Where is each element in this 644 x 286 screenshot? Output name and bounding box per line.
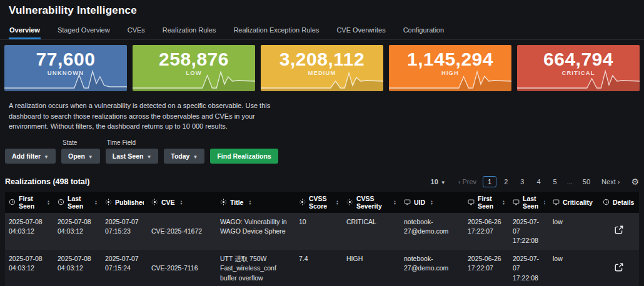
card-critical[interactable]: 664,794 CRITICAL xyxy=(517,45,640,91)
sun-icon xyxy=(105,199,112,205)
state-filter-dropdown[interactable]: Open▼ xyxy=(61,149,100,164)
cell-last-seen: 2025-07-08 04:03:12 xyxy=(54,213,101,250)
card-high[interactable]: 1,145,294 HIGH xyxy=(389,45,511,91)
page-5-button[interactable]: 5 xyxy=(548,176,562,187)
card-value: 77,600 xyxy=(4,49,127,69)
table-row: 2025-07-08 04:03:12 2025-07-08 04:03:12 … xyxy=(5,250,639,286)
sort-icon[interactable]: ▲▼ xyxy=(430,200,433,205)
table-header-row: First Seen▲▼ Last Seen▲▼ Published▲▼ CVE… xyxy=(5,192,639,213)
page-1-button[interactable]: 1 xyxy=(483,176,496,187)
cell-cvss-score: 7.4 xyxy=(295,250,343,286)
table-row: 2025-07-08 04:03:12 2025-07-08 04:03:12 … xyxy=(5,213,639,250)
add-filter-button[interactable]: Add filter▼ xyxy=(5,149,56,164)
sort-icon[interactable]: ▲▼ xyxy=(248,200,251,205)
realizations-table: First Seen▲▼ Last Seen▲▼ Published▲▼ CVE… xyxy=(5,192,639,286)
chevron-down-icon: ▼ xyxy=(88,154,93,160)
realizations-section-title: Realizations (498 total) xyxy=(5,177,89,186)
sparkline-icon xyxy=(133,67,255,91)
chevron-down-icon: ▼ xyxy=(441,180,446,185)
column-header-last-seen[interactable]: Last Seen▲▼ xyxy=(54,192,101,213)
clock-icon xyxy=(9,199,16,205)
cell-published: 2025-07-07 07:15:23 xyxy=(101,213,148,250)
chevron-down-icon: ▼ xyxy=(146,154,151,160)
column-header-criticality[interactable]: Criticality▲▼ xyxy=(549,192,599,213)
open-details-external-link-icon[interactable] xyxy=(614,225,624,235)
column-header-published[interactable]: Published▲▼ xyxy=(101,192,148,213)
cell-cve: CVE-2025-7116 xyxy=(148,250,216,286)
sort-icon[interactable]: ▲▼ xyxy=(543,200,545,205)
sort-icon[interactable]: ▲▼ xyxy=(180,200,183,205)
open-details-external-link-icon[interactable] xyxy=(614,262,624,272)
tab-overview[interactable]: Overview xyxy=(9,22,41,39)
tab-staged-overview[interactable]: Staged Overview xyxy=(57,22,111,39)
sort-icon[interactable]: ▲▼ xyxy=(502,200,505,205)
card-value: 1,145,294 xyxy=(389,49,511,69)
tab-cves[interactable]: CVEs xyxy=(127,22,146,39)
tab-configuration[interactable]: Configuration xyxy=(403,22,445,39)
card-unknown[interactable]: 77,600 UNKNOWN xyxy=(4,45,127,91)
table-settings-gear-icon[interactable]: ⚙ xyxy=(631,177,639,187)
cell-obs-first-seen: 2025-06-26 17:22:07 xyxy=(464,213,509,250)
column-header-obs-first-seen[interactable]: First Seen▲▼ xyxy=(464,192,509,213)
next-page-button[interactable]: Next › xyxy=(598,177,623,187)
card-value: 258,876 xyxy=(133,49,255,69)
time-field-filter-label: Time Field xyxy=(107,139,159,146)
cell-first-seen: 2025-07-08 04:03:12 xyxy=(5,250,54,286)
page-header: Vulnerability Intelligence xyxy=(0,0,644,17)
severity-cards: 77,600 UNKNOWN 258,876 LOW 3,208,112 MED… xyxy=(0,40,644,91)
page-3-button[interactable]: 3 xyxy=(515,176,529,187)
page-2-button[interactable]: 2 xyxy=(499,176,513,187)
cell-obs-last-seen: 2025-07-07 17:22:08 xyxy=(509,213,549,250)
cell-uid: notebook-27@demo.com xyxy=(400,250,464,286)
cell-criticality: low xyxy=(549,213,599,250)
tab-cve-overwrites[interactable]: CVE Overwrites xyxy=(336,22,386,39)
find-realizations-button[interactable]: Find Realizations xyxy=(210,149,278,164)
cell-first-seen: 2025-07-08 04:03:12 xyxy=(5,213,54,250)
column-header-title[interactable]: Title▲▼ xyxy=(216,192,295,213)
column-header-details: Details xyxy=(599,192,639,213)
sun-icon xyxy=(346,199,353,205)
sort-icon[interactable]: ▲▼ xyxy=(47,200,50,205)
page-size-dropdown[interactable]: 10▼ xyxy=(431,178,446,185)
sort-icon[interactable]: ▲▼ xyxy=(336,200,339,205)
chevron-down-icon: ▼ xyxy=(44,154,49,160)
time-range-dropdown[interactable]: Today▼ xyxy=(164,149,204,164)
card-low[interactable]: 258,876 LOW xyxy=(133,45,255,91)
column-header-cve[interactable]: CVE▲▼ xyxy=(148,192,216,213)
page-title: Vulnerability Intelligence xyxy=(9,4,635,17)
time-field-dropdown[interactable]: Last Seen▼ xyxy=(106,149,159,164)
monitor-icon xyxy=(553,199,560,205)
cell-criticality: low xyxy=(549,250,599,286)
cell-uid: notebook-27@demo.com xyxy=(400,213,464,250)
dashboard-description: A realization occurs when a vulnerabilit… xyxy=(9,101,291,132)
cell-published: 2025-07-07 07:15:24 xyxy=(101,250,148,286)
column-header-cvss-severity[interactable]: CVSS Severity▲▼ xyxy=(343,192,400,213)
state-filter-label: State xyxy=(63,139,100,146)
tab-realization-rules[interactable]: Realization Rules xyxy=(162,22,217,39)
cell-cvss-severity: CRITICAL xyxy=(343,213,400,250)
cell-last-seen: 2025-07-08 04:03:12 xyxy=(54,250,101,286)
cell-cvss-score: 10 xyxy=(295,213,343,250)
page-50-button[interactable]: 50 xyxy=(578,176,595,187)
sparkline-icon xyxy=(389,67,511,91)
page-4-button[interactable]: 4 xyxy=(531,176,545,187)
monitor-icon xyxy=(513,199,520,205)
monitor-icon xyxy=(404,199,411,205)
tab-realization-exception-rules[interactable]: Realization Exception Rules xyxy=(233,22,319,39)
column-header-first-seen[interactable]: First Seen▲▼ xyxy=(5,192,54,213)
cell-title: UTT 进取 750W Fast_wireless_conf buffer ov… xyxy=(216,250,295,286)
sun-icon xyxy=(299,199,306,205)
cell-obs-first-seen: 2025-06-26 17:22:07 xyxy=(464,250,509,286)
column-header-cvss-score[interactable]: CVSS Score▲▼ xyxy=(295,192,343,213)
sparkline-icon xyxy=(261,67,383,91)
column-header-uid[interactable]: UID▲▼ xyxy=(400,192,464,213)
card-medium[interactable]: 3,208,112 MEDIUM xyxy=(261,45,383,91)
column-header-obs-last-seen[interactable]: Last Seen▲▼ xyxy=(509,192,549,213)
prev-page-button[interactable]: ‹ Prev xyxy=(455,177,480,187)
sort-icon[interactable]: ▲▼ xyxy=(94,200,98,205)
chevron-down-icon: ▼ xyxy=(193,154,198,160)
cell-cvss-severity: HIGH xyxy=(343,250,400,286)
sort-icon[interactable]: ▲▼ xyxy=(393,200,396,205)
filter-bar: Add filter▼ State Open▼ Time Field Last … xyxy=(0,139,644,164)
tab-bar: Overview Staged Overview CVEs Realizatio… xyxy=(0,22,644,40)
